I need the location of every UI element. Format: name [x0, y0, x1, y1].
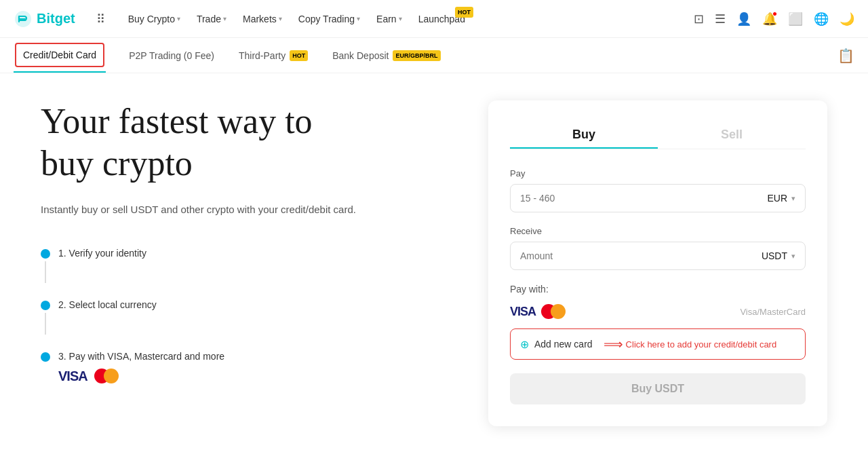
receive-input-row: USDT ▾: [510, 242, 806, 270]
subnav-item-third-party[interactable]: Third-Party HOT: [237, 38, 309, 73]
payment-logos: VISA: [510, 304, 566, 319]
buy-panel: Buy Sell Pay EUR ▾ Receive USDT ▾: [488, 100, 827, 426]
orders-icon[interactable]: ☰: [715, 12, 726, 26]
user-icon[interactable]: 👤: [736, 12, 751, 26]
add-card-hint-text: Click here to add your credit/debit card: [626, 339, 777, 350]
step-1: 1. Verify your identity: [41, 240, 448, 291]
arrow-right-icon: ⟹: [604, 336, 623, 352]
pay-input[interactable]: [520, 193, 767, 204]
step-2: 2. Select local currency: [41, 291, 448, 343]
panel-tabs: Buy Sell: [510, 122, 806, 149]
tab-sell[interactable]: Sell: [658, 122, 806, 149]
grid-menu-icon[interactable]: ⠿: [92, 10, 111, 29]
add-card-plus-icon: ⊕: [520, 338, 529, 351]
add-card-arrow-hint: ⟹ Click here to add your credit/debit ca…: [604, 336, 777, 352]
hero-title: Your fastest way to buy crypto: [41, 100, 448, 185]
pay-with-label: Pay with:: [510, 284, 806, 295]
nav-item-trade[interactable]: Trade ▾: [190, 10, 233, 29]
subnav-settings-icon[interactable]: 📋: [837, 48, 854, 63]
nav-item-markets[interactable]: Markets ▾: [236, 10, 289, 29]
bitget-logo-icon: [14, 10, 33, 29]
download-icon[interactable]: ⬜: [788, 12, 803, 26]
receive-input[interactable]: [520, 250, 762, 261]
step-3-text: 3. Pay with VISA, Mastercard and more: [58, 351, 224, 362]
subnav-item-p2p[interactable]: P2P Trading (0 Fee): [127, 38, 216, 73]
step-2-text: 2. Select local currency: [58, 299, 157, 310]
visa-mastercard-label: Visa/MasterCard: [740, 307, 806, 317]
receive-currency-selector[interactable]: USDT ▾: [762, 250, 795, 261]
nav-item-earn[interactable]: Earn ▾: [370, 10, 409, 29]
hero-subtitle: Instantly buy or sell USDT and other cry…: [41, 202, 448, 218]
logo[interactable]: Bitget: [14, 10, 75, 29]
step-dot-2: [41, 301, 50, 310]
chevron-down-icon: ▾: [399, 15, 402, 22]
logo-text: Bitget: [37, 11, 75, 26]
add-card-row[interactable]: ⊕ Add new card ⟹ Click here to add your …: [510, 328, 806, 360]
main-content: Your fastest way to buy crypto Instantly…: [0, 73, 868, 452]
language-icon[interactable]: 🌐: [814, 12, 829, 26]
subnav-item-credit-debit[interactable]: Credit/Debit Card: [14, 38, 106, 73]
credit-debit-label[interactable]: Credit/Debit Card: [15, 43, 104, 67]
notification-icon[interactable]: 🔔: [762, 12, 777, 26]
chevron-down-icon: ▾: [357, 15, 360, 22]
eur-gbp-brl-badge: EUR/GBP/BRL: [393, 50, 440, 61]
theme-icon[interactable]: 🌙: [840, 12, 854, 26]
buy-panel-container: Buy Sell Pay EUR ▾ Receive USDT ▾: [488, 100, 827, 426]
pay-currency-selector[interactable]: EUR ▾: [767, 193, 795, 204]
subnav-item-bank-deposit[interactable]: Bank Deposit EUR/GBP/BRL: [331, 38, 441, 73]
step-1-text: 1. Verify your identity: [58, 248, 146, 259]
visa-logo-panel: VISA: [510, 305, 536, 319]
nav-item-buy-crypto[interactable]: Buy Crypto ▾: [121, 10, 187, 29]
visa-logo-bottom: VISA: [58, 369, 87, 384]
tab-buy[interactable]: Buy: [510, 122, 658, 149]
pay-label: Pay: [510, 168, 806, 178]
buy-usdt-button[interactable]: Buy USDT: [510, 373, 806, 404]
wallet-icon[interactable]: ⊡: [694, 12, 704, 26]
receive-currency-chevron: ▾: [791, 252, 795, 261]
chevron-down-icon: ▾: [223, 15, 226, 22]
step-dot-3: [41, 352, 50, 362]
third-party-hot-badge: HOT: [290, 50, 308, 61]
steps-list: 1. Verify your identity 2. Select local …: [41, 240, 448, 392]
nav-right-icons: ⊡ ☰ 👤 🔔 ⬜ 🌐 🌙: [694, 12, 854, 26]
hero-section: Your fastest way to buy crypto Instantly…: [41, 100, 448, 426]
mastercard-logo-bottom: [94, 369, 119, 383]
pay-input-row: EUR ▾: [510, 184, 806, 212]
step-dot-1: [41, 249, 50, 259]
chevron-down-icon: ▾: [177, 15, 180, 22]
receive-label: Receive: [510, 226, 806, 236]
pay-with-row: VISA Visa/MasterCard: [510, 304, 806, 319]
notification-dot: [772, 12, 777, 16]
subnav: Credit/Debit Card P2P Trading (0 Fee) Th…: [0, 38, 868, 73]
hot-badge: HOT: [455, 7, 473, 18]
nav-item-launchpad[interactable]: Launchpad HOT: [412, 10, 472, 29]
chevron-down-icon: ▾: [279, 15, 282, 22]
pay-currency-chevron: ▾: [791, 194, 795, 203]
nav-item-copy-trading[interactable]: Copy Trading ▾: [292, 10, 367, 29]
navbar: Bitget ⠿ Buy Crypto ▾ Trade ▾ Markets ▾ …: [0, 0, 868, 38]
step-3: 3. Pay with VISA, Mastercard and more VI…: [41, 343, 448, 392]
add-card-text: Add new card: [534, 339, 593, 350]
mastercard-logo-panel: [541, 304, 566, 319]
subnav-right: 📋: [837, 48, 854, 64]
nav-menu: Buy Crypto ▾ Trade ▾ Markets ▾ Copy Trad…: [121, 10, 694, 29]
